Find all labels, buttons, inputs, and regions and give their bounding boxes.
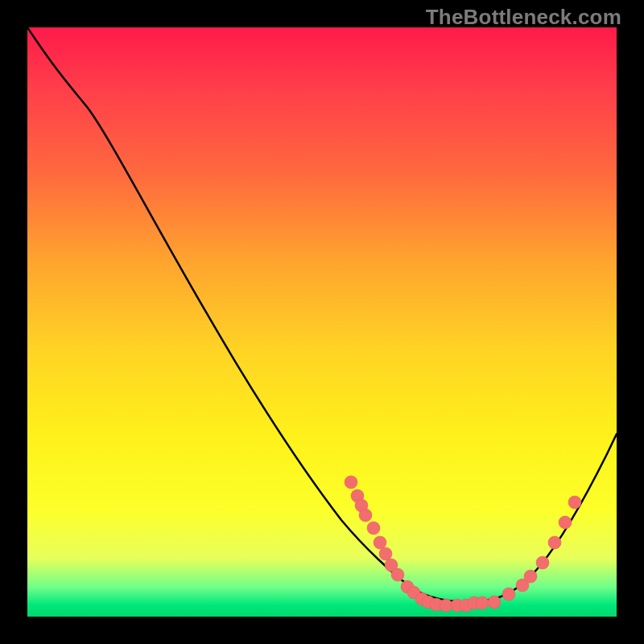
- data-point: [548, 536, 561, 549]
- data-point: [488, 596, 501, 609]
- data-point: [568, 496, 581, 509]
- data-point: [440, 599, 452, 612]
- chart-overlay: [27, 27, 617, 617]
- bottleneck-curve: [27, 27, 617, 602]
- watermark-text: TheBottleneck.com: [426, 5, 621, 30]
- data-point: [374, 536, 386, 549]
- data-point: [345, 476, 357, 489]
- data-point: [476, 597, 489, 609]
- data-point: [524, 570, 537, 583]
- data-dots: [345, 476, 581, 612]
- data-point: [391, 568, 404, 581]
- data-point: [536, 556, 549, 569]
- data-point: [379, 547, 392, 560]
- data-point: [367, 522, 380, 535]
- data-point: [559, 516, 572, 529]
- chart-plot-area: [27, 27, 617, 617]
- data-point: [502, 588, 515, 601]
- data-point: [359, 509, 372, 522]
